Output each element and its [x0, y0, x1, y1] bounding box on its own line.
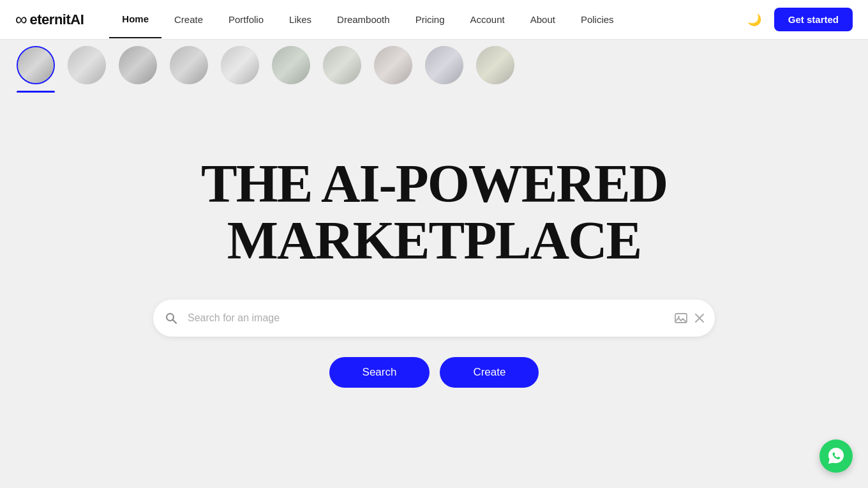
avatar-item[interactable]: [61, 46, 112, 93]
nav-item-portfolio: Portfolio: [216, 1, 276, 38]
search-button[interactable]: Search: [329, 357, 430, 388]
whatsapp-button[interactable]: [819, 439, 853, 473]
nav-link-create[interactable]: Create: [161, 1, 216, 38]
hero-title-line2: MARKETPLACE: [201, 212, 667, 269]
dark-mode-button[interactable]: 🌙: [745, 10, 764, 29]
search-bar-container: [153, 300, 715, 337]
avatar-circle: [221, 46, 259, 84]
search-bar-actions: [674, 311, 705, 325]
avatar-item[interactable]: [470, 46, 521, 93]
avatar-item[interactable]: [368, 46, 419, 93]
nav-item-pricing: Pricing: [403, 1, 458, 38]
hero-title-line1: THE AI-POWERED: [201, 155, 667, 212]
nav-item-about: About: [518, 1, 568, 38]
avatar-circle: [323, 46, 361, 84]
avatar-circle: [119, 46, 157, 84]
avatar-circle: [68, 46, 106, 84]
nav-link-portfolio[interactable]: Portfolio: [216, 1, 276, 38]
nav-right: 🌙 Get started: [745, 8, 853, 31]
avatar-item[interactable]: [266, 46, 317, 93]
search-icon: [165, 312, 177, 324]
nav-link-about[interactable]: About: [518, 1, 568, 38]
avatar-circle: [272, 46, 310, 84]
nav-link-policies[interactable]: Policies: [568, 1, 627, 38]
logo-text: eternitAI: [30, 11, 84, 28]
nav-item-create: Create: [161, 1, 216, 38]
avatar-underline: [170, 91, 208, 93]
avatar-circle: [425, 46, 463, 84]
clear-button[interactable]: [694, 313, 705, 323]
avatar-underline: [221, 91, 259, 93]
search-input[interactable]: [153, 300, 715, 337]
hero-title: THE AI-POWERED MARKETPLACE: [201, 155, 667, 270]
avatars-row: [0, 40, 868, 99]
avatar-underline: [272, 91, 310, 93]
avatar-circle: [170, 46, 208, 84]
avatar-circle: [374, 46, 412, 84]
avatar-underline: [374, 91, 412, 93]
close-icon: [694, 313, 705, 323]
svg-line-1: [173, 320, 177, 324]
avatar-item[interactable]: [214, 46, 266, 93]
avatar-circle: [476, 46, 514, 84]
nav-link-dreambooth[interactable]: Dreambooth: [324, 1, 403, 38]
logo-link[interactable]: ∞ eternitAI: [15, 10, 84, 29]
search-icon-button[interactable]: [165, 312, 177, 324]
get-started-button[interactable]: Get started: [774, 8, 853, 31]
nav-item-home: Home: [109, 1, 161, 38]
avatar-underline: [425, 91, 463, 93]
nav-link-pricing[interactable]: Pricing: [403, 1, 458, 38]
avatar-circle: [17, 46, 55, 84]
avatar-underline: [68, 91, 106, 93]
avatar-underline: [119, 91, 157, 93]
avatar-underline: [323, 91, 361, 93]
image-upload-button[interactable]: [674, 311, 688, 325]
image-icon: [674, 311, 688, 325]
hero-section: THE AI-POWERED MARKETPLACE: [0, 99, 868, 431]
nav-item-dreambooth: Dreambooth: [324, 1, 403, 38]
nav-item-policies: Policies: [568, 1, 627, 38]
action-buttons: Search Create: [329, 357, 539, 388]
avatar-item[interactable]: [317, 46, 368, 93]
navbar: ∞ eternitAI Home Create Portfolio Likes …: [0, 0, 868, 40]
logo-symbol: ∞: [15, 10, 27, 29]
nav-link-account[interactable]: Account: [457, 1, 517, 38]
whatsapp-icon: [827, 446, 846, 466]
avatar-item[interactable]: [163, 46, 214, 93]
nav-item-account: Account: [457, 1, 517, 38]
nav-link-home[interactable]: Home: [109, 1, 161, 38]
avatar-item[interactable]: [419, 46, 470, 93]
svg-point-3: [678, 316, 680, 318]
create-button[interactable]: Create: [440, 357, 539, 388]
avatar-underline: [476, 91, 514, 93]
avatar-item[interactable]: [112, 46, 163, 93]
nav-link-likes[interactable]: Likes: [276, 1, 324, 38]
avatar-item[interactable]: [10, 46, 61, 93]
nav-item-likes: Likes: [276, 1, 324, 38]
avatar-underline: [17, 91, 55, 93]
nav-links: Home Create Portfolio Likes Dreambooth P…: [109, 1, 745, 38]
